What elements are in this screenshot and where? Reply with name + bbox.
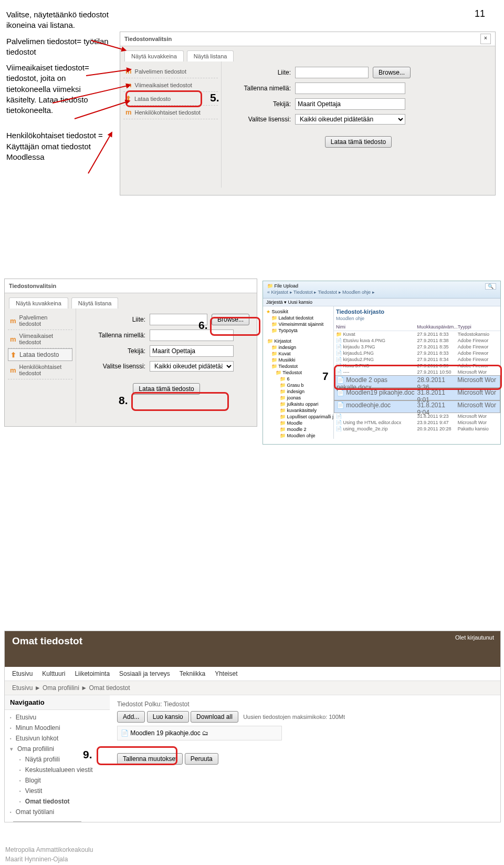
- nav-item[interactable]: Etusivu: [10, 712, 104, 723]
- downloadall-button[interactable]: Download all: [191, 711, 238, 723]
- sidebar-label: Palvelimen tiedostot: [135, 68, 186, 75]
- note-personal-files: Henkilökohtaiset tiedostot = Käyttäjän o…: [6, 130, 111, 162]
- nav-item[interactable]: Viestit: [10, 786, 104, 796]
- list-library-sub: Moodlen ohje: [334, 316, 500, 323]
- top-tab[interactable]: Tekniikka: [180, 670, 205, 677]
- tab-icons[interactable]: Näytä kuvakkeina: [124, 50, 184, 61]
- sidebar-label: Henkilökohtaiset tiedostot: [135, 109, 201, 116]
- sidebar-label: Lataa tiedosto: [19, 351, 59, 358]
- saveas-input[interactable]: [295, 83, 405, 94]
- tree-item[interactable]: [265, 334, 333, 338]
- sidebar-item-server[interactable]: mPalvelimen tiedostot: [123, 65, 218, 78]
- newfolder-button[interactable]: Luo kansio: [147, 711, 189, 723]
- author-label: Tekijä:: [83, 347, 150, 355]
- list-item[interactable]: 📁 Kuvat27.9.2011 8:33Tiedostokansio: [334, 331, 500, 337]
- tree-item[interactable]: Ladatut tiedostot: [265, 315, 333, 321]
- tab-list[interactable]: Näytä listana: [187, 50, 234, 61]
- tree-item[interactable]: Moodle: [265, 420, 333, 426]
- tree-item[interactable]: indesign: [265, 344, 333, 351]
- search-box[interactable]: 🔍: [485, 283, 496, 290]
- sidebar-item-server[interactable]: mPalvelimen tiedostot: [8, 312, 72, 330]
- view-tabs: Näytä kuvakkeina Näytä listana: [120, 46, 495, 61]
- tree-item[interactable]: Kirjastot: [265, 338, 333, 344]
- top-tabs: EtusivuKulttuuriLiiketoimintaSosiaali ja…: [5, 667, 500, 681]
- cancel-button[interactable]: Peruuta: [185, 753, 218, 765]
- nav-title: Navigaatio: [5, 695, 110, 710]
- os-toolbar-text[interactable]: Järjestä ▾ Uusi kansio: [266, 300, 497, 305]
- nav-item[interactable]: Omat työtilani: [10, 807, 104, 817]
- edit-icon[interactable]: 🗂: [202, 729, 208, 737]
- tab-list[interactable]: Näytä listana: [71, 297, 119, 308]
- tree-item[interactable]: Moodlen ohje: [265, 432, 333, 439]
- close-icon[interactable]: ×: [480, 34, 491, 44]
- list-item[interactable]: 📄 kirjaudu2.PNG27.9.2011 8:34Adobe Firew…: [334, 356, 500, 363]
- file-name: Moodlen 19 pikaohje.doc: [130, 729, 200, 737]
- doc-icon: 📄: [121, 729, 130, 737]
- list-item[interactable]: 📄 31.8.2011 9:23Microsoft Wor: [334, 413, 500, 419]
- sidebar-label: Henkilökohtaiset tiedostot: [19, 364, 70, 376]
- attachment-label: Liite:: [83, 316, 150, 323]
- filepicker-dialog-1: Tiedostonvalitsin × Näytä kuvakkeina Näy…: [120, 32, 496, 195]
- dialog-title-text: Tiedostonvalitsin: [9, 283, 56, 289]
- page-title: Omat tiedostot: [12, 635, 493, 647]
- author-input[interactable]: [150, 345, 234, 357]
- page-footer: Metropolia Ammattikorkeakoulu Maarit Hyn…: [5, 845, 93, 864]
- breadcrumb: Etusivu ► Oma profiilini ► Omat tiedosto…: [5, 681, 500, 695]
- nav-item[interactable]: Keskustelualueen viestit: [10, 765, 104, 775]
- list-item[interactable]: 📄 moodleohje.doc31.8.2011 9:04Microsoft …: [334, 400, 500, 413]
- license-select[interactable]: Kaikki oikeudet pidätetään: [295, 114, 405, 125]
- navigation-block: Navigaatio EtusivuMinun MoodleniEtusivun…: [5, 695, 110, 822]
- list-item[interactable]: 📄 kirjaudu 3.PNG27.9.2011 8:35Adobe Fire…: [334, 344, 500, 350]
- nav-item[interactable]: Etusivun lohkot: [10, 733, 104, 744]
- tree-item[interactable]: Kuvat: [265, 351, 333, 357]
- repo-sidebar: mPalvelimen tiedostot mViimeaikaiset tie…: [120, 61, 222, 188]
- license-select[interactable]: Kaikki oikeudet pidätetään: [150, 361, 234, 372]
- m-icon: m: [10, 335, 16, 343]
- tab-icons[interactable]: Näytä kuvakkeina: [9, 297, 68, 308]
- tree-item[interactable]: kuvankäsittely: [265, 407, 333, 414]
- file-entry[interactable]: 📄 Moodlen 19 pikaohje.doc 🗂: [117, 726, 282, 740]
- nav-item[interactable]: Minun Moodleni: [10, 723, 104, 733]
- tree-item[interactable]: Grasu b: [265, 382, 333, 388]
- upload-submit-button[interactable]: Lataa tämä tiedosto: [325, 136, 392, 148]
- attachment-input[interactable]: [295, 67, 369, 78]
- note-server-files: Palvelimen tiedostot= työtilan tiedostot: [6, 36, 111, 58]
- tree-item[interactable]: joonas: [265, 395, 333, 401]
- top-tab[interactable]: Sosiaali ja terveys: [119, 670, 170, 677]
- top-tab[interactable]: Liiketoiminta: [75, 670, 110, 677]
- tree-item[interactable]: Työpöytä: [265, 327, 333, 334]
- list-item[interactable]: 📄 kirjaudu1.PNG27.9.2011 8:33Adobe Firew…: [334, 350, 500, 356]
- tree-item[interactable]: Suosikit: [265, 308, 333, 315]
- sidebar-item-private[interactable]: mHenkilökohtaiset tiedostot: [123, 106, 218, 119]
- author-input[interactable]: [295, 98, 405, 110]
- top-tab[interactable]: Yhteiset: [215, 670, 237, 677]
- list-item[interactable]: 📄 Using the HTML editor.docx23.9.2011 9:…: [334, 419, 500, 426]
- nav-item[interactable]: Omat tiedostot: [10, 796, 104, 807]
- footer-line-1: Metropolia Ammattikorkeakoulu: [5, 845, 93, 854]
- col-type: Tyyppi: [458, 324, 498, 329]
- list-item[interactable]: 📄 Etusivu kuva 4.PNG27.9.2011 8:38Adobe …: [334, 337, 500, 344]
- tree-item[interactable]: Viimeisimmät sijainnit: [265, 321, 333, 327]
- sidebar-item-private[interactable]: mHenkilökohtaiset tiedostot: [8, 361, 72, 379]
- tree-item[interactable]: Musiikki: [265, 357, 333, 363]
- attachment-label: Liite:: [229, 69, 295, 76]
- list-library-label: Tiedostot-kirjasto: [334, 307, 500, 316]
- nav-item[interactable]: Blogit: [10, 775, 104, 786]
- os-file-dialog: 📁 File Upload 🔍 « Kirjastot ▸ Tiedostot …: [262, 281, 501, 445]
- dialog-title: Tiedostonvalitsin: [5, 279, 257, 293]
- saveas-label: Tallenna nimellä:: [83, 332, 150, 339]
- top-tab[interactable]: Kulttuuri: [42, 670, 65, 677]
- browse-button[interactable]: Browse...: [373, 67, 411, 78]
- repo-sidebar: mPalvelimen tiedostot mViimeaikaiset tie…: [5, 308, 76, 423]
- sidebar-item-recent[interactable]: mViimeaikaiset tiedostot: [8, 330, 72, 348]
- add-button[interactable]: Add...: [117, 711, 145, 723]
- os-breadcrumb[interactable]: « Kirjastot ▸ Tiedostot ▸ Tiedostot ▸ Mo…: [267, 290, 496, 295]
- tree-item[interactable]: julkaistu oppari: [265, 401, 333, 407]
- tree-item[interactable]: indesign: [265, 388, 333, 395]
- tree-item[interactable]: Tiedostot: [265, 363, 333, 369]
- list-item[interactable]: 📄 using_moodle_2e.zip20.9.2011 20:28Paka…: [334, 426, 500, 432]
- top-tab[interactable]: Etusivu: [12, 670, 33, 677]
- tree-item[interactable]: Lopulliset opparimalli ja ohjee: [265, 414, 333, 420]
- sidebar-item-upload[interactable]: ⬆Lataa tiedosto: [8, 348, 72, 361]
- tree-item[interactable]: moodle 2: [265, 426, 333, 432]
